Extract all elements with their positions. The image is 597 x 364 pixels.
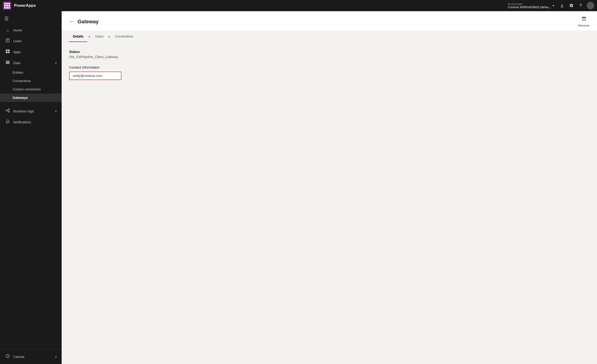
sidebar-sub-item-entities-label: Entities: [13, 71, 23, 74]
sidebar-item-data[interactable]: Data ∧: [0, 57, 62, 68]
environment-selector[interactable]: Environment Contoso M365x933833 (defau..…: [508, 3, 554, 9]
main-content: ← Gateway Remove Details Users Connectio…: [62, 11, 597, 364]
tab-connections[interactable]: Connections: [111, 31, 137, 42]
tab-details-label: Details: [73, 35, 84, 38]
remove-button[interactable]: Remove: [578, 16, 589, 27]
tab-connections-label: Connections: [115, 35, 133, 38]
env-label: Environment: [508, 3, 551, 5]
business-logic-icon: [5, 108, 10, 114]
svg-rect-7: [8, 52, 10, 53]
back-button[interactable]: ←: [69, 19, 74, 25]
waffle-icon: [4, 3, 10, 9]
tab-details[interactable]: Details: [69, 31, 87, 42]
sidebar-footer: ? Canvas ∨: [0, 349, 62, 364]
sidebar-sub-item-entities[interactable]: Entities: [0, 68, 62, 77]
canvas-icon: ?: [5, 354, 10, 359]
waffle-button[interactable]: [3, 1, 11, 10]
data-chevron-icon: ∧: [55, 61, 57, 65]
help-button[interactable]: ?: [576, 1, 585, 10]
main-layout: ☰ ⌂ Home Learn Apps Data ∧ Entit: [0, 11, 597, 364]
status-label: Status: [69, 50, 589, 54]
sidebar-item-apps[interactable]: Apps: [0, 46, 62, 57]
tab-users-label: Users: [95, 35, 104, 38]
svg-point-12: [8, 109, 10, 110]
svg-line-15: [7, 111, 8, 112]
sidebar-item-apps-label: Apps: [13, 50, 21, 54]
svg-rect-8: [6, 61, 10, 61]
trash-icon: [581, 16, 587, 23]
data-icon: [5, 60, 10, 66]
sidebar-sub-item-custom-connectors-label: Custom connectors: [13, 87, 41, 91]
chevron-down-icon: ▾: [553, 4, 554, 7]
topbar-icons: ?: [558, 1, 594, 10]
sidebar-sub-item-custom-connectors[interactable]: Custom connectors: [0, 85, 62, 93]
page-title: Gateway: [78, 19, 99, 25]
question-icon: ?: [580, 3, 582, 8]
notifications-icon: [5, 119, 10, 125]
topbar: PowerApps Environment Contoso M365x93383…: [0, 0, 597, 11]
sidebar-item-business-logic-label: Business logic: [13, 109, 34, 113]
svg-rect-5: [8, 49, 10, 51]
svg-rect-20: [582, 18, 586, 21]
sidebar-item-data-label: Data: [13, 61, 20, 65]
remove-label: Remove: [578, 24, 589, 27]
sidebar-item-learn-label: Learn: [13, 39, 22, 43]
sidebar-item-home-label: Home: [13, 29, 22, 32]
page-header: ← Gateway Remove: [62, 11, 597, 31]
contact-input-wrapper: [69, 72, 121, 80]
settings-button[interactable]: [567, 1, 575, 10]
svg-rect-4: [6, 49, 8, 51]
sidebar-item-learn[interactable]: Learn: [0, 35, 62, 46]
user-avatar[interactable]: [587, 2, 594, 9]
tab-users[interactable]: Users: [91, 31, 107, 42]
sidebar-sub-item-gateways[interactable]: Gateways: [0, 93, 62, 102]
sidebar-item-notifications[interactable]: Notifications: [0, 117, 62, 128]
canvas-chevron-icon: ∨: [55, 355, 57, 358]
svg-point-11: [6, 110, 7, 111]
svg-rect-10: [6, 63, 10, 64]
tab-separator-1: [89, 36, 90, 37]
svg-text:?: ?: [7, 355, 8, 357]
home-icon: ⌂: [5, 28, 10, 33]
tab-separator-2: [109, 36, 110, 37]
env-name: Contoso M365x933833 (defau...: [508, 5, 551, 9]
contact-info-label: Contact information: [69, 65, 589, 69]
status-value: DM_GWPipeline_Client_Gateway: [69, 55, 589, 59]
download-button[interactable]: [558, 1, 566, 10]
business-logic-chevron-icon: ∨: [55, 110, 57, 113]
apps-icon: [5, 49, 10, 54]
sidebar-item-business-logic[interactable]: Business logic ∨: [0, 106, 62, 117]
svg-point-13: [8, 111, 10, 112]
sidebar-sub-item-connections[interactable]: Connections: [0, 77, 62, 85]
content-area: Status DM_GWPipeline_Client_Gateway Cont…: [62, 42, 597, 364]
sidebar-item-canvas-label: Canvas: [13, 355, 24, 359]
svg-rect-9: [6, 62, 10, 63]
sidebar-sub-item-connections-label: Connections: [13, 79, 31, 83]
svg-rect-0: [6, 39, 9, 42]
app-logo: PowerApps: [14, 3, 36, 8]
sidebar-item-canvas[interactable]: ? Canvas ∨: [0, 351, 62, 362]
menu-button[interactable]: ☰: [1, 13, 12, 24]
sidebar-item-notifications-label: Notifications: [13, 120, 31, 124]
sidebar: ☰ ⌂ Home Learn Apps Data ∧ Entit: [0, 11, 62, 364]
tab-bar: Details Users Connections: [62, 31, 597, 42]
contact-email-input[interactable]: [70, 72, 121, 80]
sidebar-sub-item-gateways-label: Gateways: [13, 96, 28, 99]
page-header-left: ← Gateway: [69, 19, 99, 25]
book-icon: [5, 38, 10, 44]
svg-line-14: [7, 110, 8, 110]
sidebar-item-home[interactable]: ⌂ Home: [0, 25, 62, 35]
svg-rect-6: [6, 52, 8, 53]
hamburger-icon: ☰: [4, 16, 9, 22]
